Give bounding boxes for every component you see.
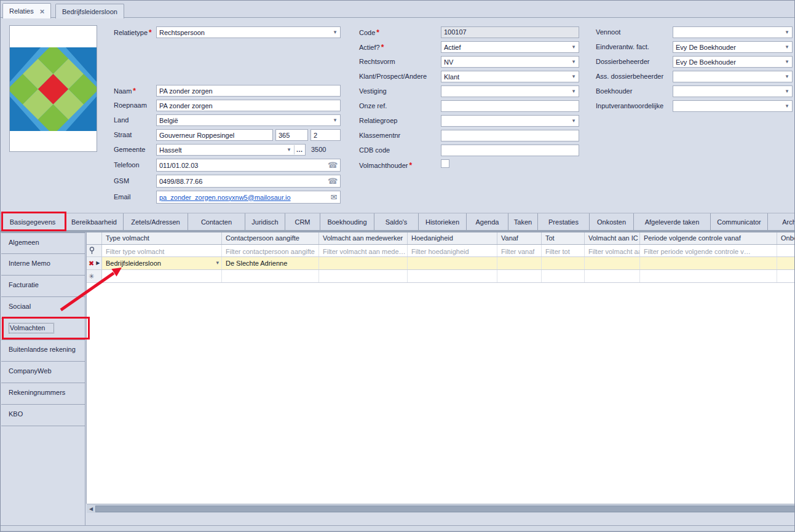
chevron-down-icon[interactable]: ▾ (782, 42, 792, 52)
sidebar-item-companyweb[interactable]: CompanyWeb (1, 362, 85, 383)
eindverantw-fact-select[interactable]: Evy De Boekhouder ▾ (673, 41, 793, 53)
column-header-volmacht-aan-medewerker[interactable]: Volmacht aan medewerker (319, 232, 408, 244)
new-cell[interactable] (542, 270, 585, 282)
chevron-down-icon[interactable]: ▾ (216, 260, 219, 266)
tab-bereikbaarheid[interactable]: Bereikbaarheid (65, 213, 124, 230)
naam-input[interactable] (156, 85, 341, 97)
tab-taken[interactable]: Taken (508, 213, 538, 230)
sidebar-item-rekeningnummers[interactable]: Rekeningnummers (1, 383, 85, 405)
filter-input-onbeperkt[interactable] (781, 245, 795, 256)
grid-new-row[interactable]: ✳ (87, 270, 795, 283)
ass-dossierbeheerder-select[interactable]: ▾ (673, 71, 793, 82)
vestiging-select[interactable]: ▾ (441, 85, 579, 97)
filter-input-volmacht-medewerker[interactable] (323, 245, 407, 256)
new-cell[interactable] (640, 270, 777, 282)
new-cell[interactable] (777, 270, 795, 282)
filter-input-vanaf[interactable] (501, 245, 541, 256)
gemeente-select[interactable]: Hasselt ▾ … (156, 144, 306, 156)
straat-input[interactable] (156, 129, 273, 141)
new-cell[interactable] (408, 270, 497, 282)
tab-juridisch[interactable]: Juridisch (245, 213, 285, 230)
sidebar-item-kbo[interactable]: KBO (1, 405, 85, 426)
column-header-volmacht-aan-ic[interactable]: Volmacht aan IC (585, 232, 640, 244)
cell-contactpersoon[interactable]: De Slechte Adrienne (222, 257, 319, 269)
telefoon-input[interactable] (156, 159, 341, 172)
tab-zetels-adressen[interactable]: Zetels/Adressen (124, 213, 188, 230)
new-cell[interactable] (102, 270, 222, 282)
column-header-periode-volgende-controle[interactable]: Periode volgende controle vanaf (640, 232, 777, 244)
chevron-down-icon[interactable]: ▾ (330, 115, 340, 125)
sidebar-item-buitenlandse-rekening[interactable]: Buitenlandse rekening (1, 340, 85, 362)
cell-volmacht-medewerker[interactable] (319, 257, 408, 269)
tab-boekhouding[interactable]: Boekhouding (320, 213, 374, 230)
phone-icon[interactable]: ☎ (328, 177, 338, 185)
cell-periode[interactable] (640, 257, 777, 269)
cell-onbeperkt[interactable] (777, 257, 795, 269)
land-select[interactable]: België ▾ (156, 114, 341, 126)
filter-input-type-volmacht[interactable] (106, 245, 221, 256)
dossierbeheerder-select[interactable]: Evy De Boekhouder ▾ (673, 56, 793, 68)
tab-bedrijfsleidersloon[interactable]: Bedrijfsleidersloon (55, 4, 124, 18)
tab-communicator[interactable]: Communicator (711, 213, 768, 230)
filter-input-volmacht-ic[interactable] (588, 245, 639, 256)
scroll-left-button[interactable]: ◀ (87, 505, 95, 513)
chevron-down-icon[interactable]: ▾ (782, 27, 792, 38)
cell-type-volmacht[interactable]: Bedrijfsleidersloon ▾ (102, 257, 222, 269)
sidebar-item-interne-memo[interactable]: Interne Memo (1, 254, 85, 276)
chevron-down-icon[interactable]: ▾ (569, 57, 579, 67)
email-link[interactable]: pa_zonder_zorgen.nosyxnw5@mailosaur.io (159, 194, 328, 201)
filter-input-contactpersoon[interactable] (226, 245, 318, 256)
onze-ref-input[interactable] (441, 100, 579, 112)
chevron-down-icon[interactable]: ▾ (782, 71, 792, 82)
email-field[interactable]: pa_zonder_zorgen.nosyxnw5@mailosaur.io ✉ (156, 191, 341, 204)
tab-crm[interactable]: CRM (285, 213, 320, 230)
huisnummer-input[interactable] (275, 129, 308, 141)
roepnaam-input[interactable] (156, 100, 341, 111)
tab-agenda[interactable]: Agenda (467, 213, 508, 230)
tab-saldos[interactable]: Saldo's (374, 213, 419, 230)
horizontal-scrollbar[interactable]: ◀ (87, 504, 795, 513)
scrollbar-thumb[interactable] (95, 506, 795, 512)
close-icon[interactable]: × (40, 7, 45, 15)
new-cell[interactable] (585, 270, 640, 282)
inputverantwoordelijke-select[interactable]: ▾ (673, 100, 793, 112)
tab-prestaties[interactable]: Prestaties (538, 213, 590, 230)
gemeente-lookup-button[interactable]: … (294, 145, 305, 154)
klant-prospect-andere-select[interactable]: Klant ▾ (441, 71, 579, 82)
new-cell[interactable] (222, 270, 319, 282)
relatiegroep-select[interactable]: ▾ (441, 115, 579, 127)
column-header-tot[interactable]: Tot (542, 232, 585, 244)
chevron-down-icon[interactable]: ▾ (330, 27, 340, 38)
cdb-code-input[interactable] (441, 145, 579, 156)
chevron-down-icon[interactable]: ▾ (569, 116, 579, 126)
sidebar-item-algemeen[interactable]: Algemeen (1, 232, 85, 254)
actief-select[interactable]: Actief ▾ (441, 41, 579, 53)
cell-tot[interactable] (542, 257, 585, 269)
sidebar-item-volmachten[interactable]: Volmachten (1, 319, 85, 340)
chevron-down-icon[interactable]: ▾ (782, 101, 792, 111)
column-header-hoedanigheid[interactable]: Hoedanigheid (408, 232, 497, 244)
sidebar-item-sociaal[interactable]: Sociaal (1, 297, 85, 319)
volmachthouder-checkbox[interactable] (441, 159, 449, 168)
column-header-vanaf[interactable]: Vanaf (497, 232, 542, 244)
tab-afgeleverde-taken[interactable]: Afgeleverde taken (634, 213, 711, 230)
chevron-down-icon[interactable]: ▾ (284, 145, 294, 155)
grid-data-row[interactable]: ✖ ▶ Bedrijfsleidersloon ▾ De Slechte Adr… (87, 257, 795, 270)
cell-volmacht-ic[interactable] (585, 257, 640, 269)
relatietype-select[interactable]: Rechtspersoon ▾ (156, 26, 341, 38)
tab-archief[interactable]: Arch (768, 213, 795, 230)
tab-basisgegevens[interactable]: Basisgegevens (1, 213, 65, 230)
vennoot-select[interactable]: ▾ (673, 26, 793, 38)
column-header-contactpersoon-aangifte[interactable]: Contactpersoon aangifte (222, 232, 319, 244)
tab-onkosten[interactable]: Onkosten (590, 213, 634, 230)
new-cell[interactable] (497, 270, 542, 282)
tab-relaties[interactable]: Relaties × (2, 3, 51, 18)
email-icon[interactable]: ✉ (328, 193, 340, 202)
tab-contacten[interactable]: Contacten (188, 213, 245, 230)
cell-hoedanigheid[interactable] (408, 257, 497, 269)
sidebar-item-facturatie[interactable]: Facturatie (1, 276, 85, 297)
chevron-down-icon[interactable]: ▾ (782, 86, 792, 97)
boekhouder-select[interactable]: ▾ (673, 85, 793, 97)
filter-input-periode[interactable] (644, 245, 777, 256)
column-header-type-volmacht[interactable]: Type volmacht (102, 232, 222, 244)
